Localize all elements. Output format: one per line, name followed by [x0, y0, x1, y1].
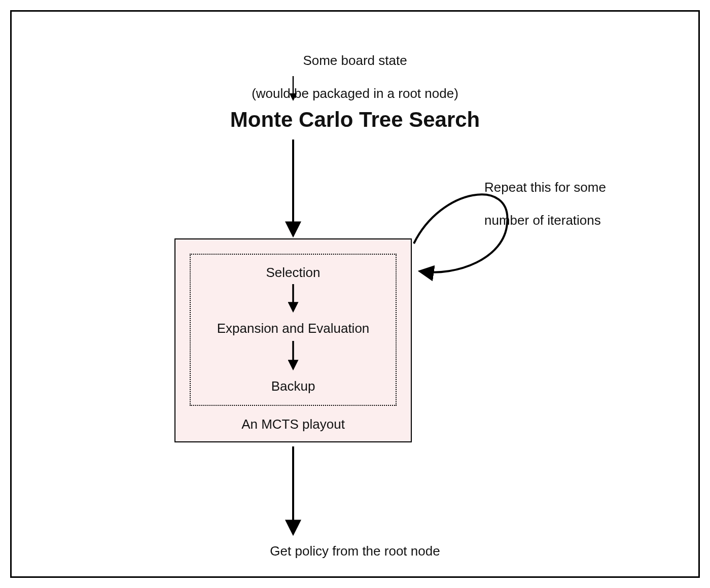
- output-label: Get policy from the root node: [0, 543, 710, 560]
- repeat-line-1: Repeat this for some: [484, 180, 606, 195]
- playout-caption: An MCTS playout: [175, 417, 411, 432]
- playout-box: Selection Expansion and Evaluation Backu…: [174, 238, 412, 442]
- input-line-1: Some board state: [303, 53, 407, 68]
- playout-dotted-frame: Selection Expansion and Evaluation Backu…: [190, 254, 397, 406]
- step-backup: Backup: [191, 378, 396, 394]
- diagram-canvas: Some board state (would be packaged in a…: [0, 0, 710, 588]
- repeat-line-2: number of iterations: [484, 213, 601, 228]
- step-selection: Selection: [191, 265, 396, 281]
- step-expansion: Expansion and Evaluation: [191, 321, 396, 336]
- repeat-annotation: Repeat this for some number of iteration…: [484, 162, 647, 228]
- diagram-title: Monte Carlo Tree Search: [0, 107, 710, 133]
- input-label: Some board state (would be packaged in a…: [0, 36, 710, 101]
- input-line-2: (would be packaged in a root node): [252, 86, 458, 101]
